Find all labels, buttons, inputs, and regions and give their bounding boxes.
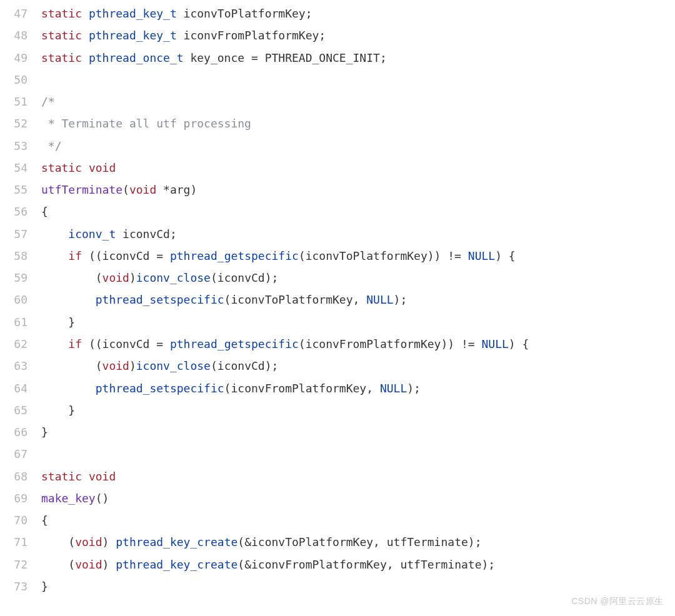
code-line: 68static void bbox=[0, 465, 675, 487]
code-line: 69make_key() bbox=[0, 487, 675, 509]
token-pun: (( bbox=[82, 337, 102, 350]
token-pun: )) != bbox=[428, 249, 468, 262]
token-id: iconvToPlatformKey bbox=[251, 535, 373, 549]
token-pun bbox=[184, 51, 191, 64]
token-pun bbox=[41, 337, 68, 350]
line-number: 68 bbox=[0, 465, 41, 487]
code-content: utfTerminate(void *arg) bbox=[41, 179, 675, 201]
code-content: (void)iconv_close(iconvCd); bbox=[41, 355, 675, 377]
token-pun: () bbox=[96, 492, 109, 505]
token-pun: ); bbox=[265, 271, 279, 284]
token-pun bbox=[82, 470, 89, 483]
token-pun: ); bbox=[481, 558, 495, 571]
token-id: iconvToPlatformKey bbox=[306, 249, 428, 262]
token-pun: ( bbox=[211, 359, 218, 372]
token-pun: ) bbox=[102, 558, 116, 571]
token-id: iconvFromPlatformKey bbox=[184, 29, 319, 42]
code-content: } bbox=[41, 311, 675, 333]
token-id: iconvCd bbox=[102, 249, 150, 262]
token-pun bbox=[82, 29, 89, 42]
token-pun: ; bbox=[319, 29, 326, 42]
token-pun: ; bbox=[380, 51, 387, 64]
line-number: 49 bbox=[0, 47, 41, 69]
token-kw: if bbox=[68, 249, 82, 262]
token-pun bbox=[41, 249, 68, 262]
token-type: pthread_once_t bbox=[89, 51, 184, 64]
code-content: if ((iconvCd = pthread_getspecific(iconv… bbox=[41, 245, 675, 267]
code-line: 65 } bbox=[0, 399, 675, 421]
line-number: 69 bbox=[0, 487, 41, 509]
line-number: 52 bbox=[0, 112, 41, 134]
token-null: NULL bbox=[468, 249, 495, 262]
token-pun bbox=[41, 227, 68, 241]
token-pun: ( bbox=[299, 337, 306, 350]
code-content: (void) pthread_key_create(&iconvFromPlat… bbox=[41, 554, 675, 575]
token-pun: ; bbox=[170, 227, 177, 241]
code-content: static pthread_key_t iconvFromPlatformKe… bbox=[41, 24, 675, 46]
token-pun bbox=[41, 293, 96, 306]
code-line: 54static void bbox=[0, 157, 675, 179]
code-content: pthread_setspecific(iconvToPlatformKey, … bbox=[41, 289, 675, 310]
token-call: pthread_key_create bbox=[116, 558, 238, 571]
code-content: static void bbox=[41, 157, 675, 179]
code-line: 66} bbox=[0, 421, 675, 443]
code-line: 62 if ((iconvCd = pthread_getspecific(ic… bbox=[0, 333, 675, 355]
token-pun: = bbox=[149, 249, 170, 262]
token-cmt: /* bbox=[41, 95, 55, 108]
watermark-text: CSDN @阿里云云原生 bbox=[571, 593, 664, 610]
token-pun: , bbox=[353, 293, 367, 306]
code-content: { bbox=[41, 201, 675, 222]
code-line: 59 (void)iconv_close(iconvCd); bbox=[0, 267, 675, 289]
line-number: 59 bbox=[0, 267, 41, 289]
code-content: * Terminate all utf processing bbox=[41, 112, 675, 134]
code-line: 58 if ((iconvCd = pthread_getspecific(ic… bbox=[0, 245, 675, 267]
token-pun: ) { bbox=[509, 337, 529, 350]
token-type: pthread_key_t bbox=[89, 7, 177, 20]
code-content: static pthread_key_t iconvToPlatformKey; bbox=[41, 2, 675, 24]
code-line: 48static pthread_key_t iconvFromPlatform… bbox=[0, 24, 675, 46]
line-number: 63 bbox=[0, 355, 41, 377]
token-pun: } bbox=[41, 315, 75, 329]
token-id: iconvToPlatformKey bbox=[184, 7, 306, 20]
line-number: 53 bbox=[0, 135, 41, 157]
token-id: arg bbox=[170, 183, 191, 196]
code-lines: 47static pthread_key_t iconvToPlatformKe… bbox=[0, 2, 675, 597]
line-number: 72 bbox=[0, 554, 41, 575]
token-kw: void bbox=[102, 359, 129, 372]
token-kw: if bbox=[68, 337, 82, 350]
line-number: 56 bbox=[0, 201, 41, 222]
token-pun: ( bbox=[41, 359, 102, 372]
code-line: 71 (void) pthread_key_create(&iconvToPla… bbox=[0, 531, 675, 553]
token-pun: } bbox=[41, 580, 48, 593]
token-id: iconvCd bbox=[122, 227, 170, 241]
token-pun bbox=[177, 29, 184, 42]
token-id: iconvCd bbox=[218, 271, 265, 284]
code-line: 72 (void) pthread_key_create(&iconvFromP… bbox=[0, 554, 675, 575]
line-number: 48 bbox=[0, 24, 41, 46]
token-id: utfTerminate bbox=[400, 558, 481, 571]
token-pun: , bbox=[387, 558, 401, 571]
token-id: key_once bbox=[190, 51, 244, 64]
token-pun: ( bbox=[122, 183, 129, 196]
code-content: pthread_setspecific(iconvFromPlatformKey… bbox=[41, 377, 675, 399]
token-id: utfTerminate bbox=[387, 535, 468, 549]
code-line: 57 iconv_t iconvCd; bbox=[0, 223, 675, 245]
token-pun: (( bbox=[82, 249, 102, 262]
line-number: 60 bbox=[0, 289, 41, 310]
token-pun: ) bbox=[129, 271, 136, 284]
token-id: iconvFromPlatformKey bbox=[251, 558, 387, 571]
token-pun: ); bbox=[265, 359, 279, 372]
token-kw: static bbox=[41, 7, 82, 20]
code-content: } bbox=[41, 399, 675, 421]
token-pun bbox=[82, 161, 89, 174]
code-content: (void) pthread_key_create(&iconvToPlatfo… bbox=[41, 531, 675, 553]
token-pun bbox=[177, 7, 184, 20]
line-number: 64 bbox=[0, 377, 41, 399]
line-number: 47 bbox=[0, 2, 41, 24]
token-kw: void bbox=[129, 183, 156, 196]
code-line: 56{ bbox=[0, 201, 675, 222]
token-pun: { bbox=[41, 514, 48, 527]
line-number: 54 bbox=[0, 157, 41, 179]
token-type: iconv_t bbox=[68, 227, 116, 241]
token-id: iconvCd bbox=[102, 337, 150, 350]
